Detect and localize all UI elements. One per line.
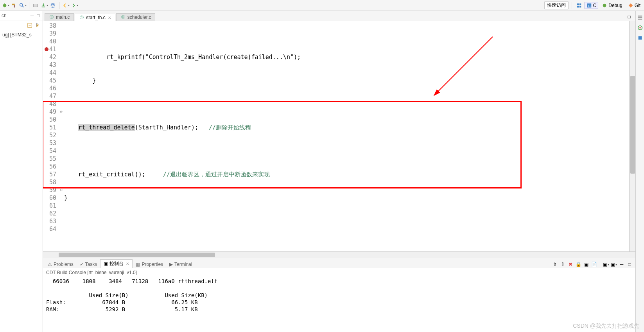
open-perspective-icon[interactable] (575, 2, 583, 9)
link-icon[interactable] (34, 22, 41, 29)
horizontal-scrollbar[interactable] (43, 251, 635, 258)
tab-main-c[interactable]: ⓒmain.c (45, 13, 74, 21)
svg-rect-1 (4, 3, 5, 4)
project-explorer: ch ─ □ ug] [STM32_s (0, 11, 43, 332)
tab-label: main.c (56, 14, 70, 20)
back-icon[interactable] (62, 2, 70, 9)
hammer-icon[interactable] (10, 2, 18, 9)
svg-rect-7 (577, 3, 578, 5)
svg-rect-18 (638, 19, 642, 20)
maximize-icon[interactable]: □ (36, 13, 41, 18)
svg-rect-21 (638, 36, 642, 40)
close-icon[interactable]: ✕ (126, 262, 129, 266)
breakpoint-marker: 41 (43, 45, 59, 53)
svg-rect-9 (577, 5, 578, 7)
editor-tabs: ⓒmain.c ⓒstart_th.c✕ ⓒscheduler.c ─ □ (43, 11, 635, 21)
component-icon[interactable] (637, 34, 644, 41)
tab-scheduler-c[interactable]: ⓒscheduler.c (116, 13, 156, 21)
page-icon[interactable]: 📄 (590, 261, 597, 268)
minimize-icon[interactable]: ─ (616, 13, 624, 21)
build-targets-icon[interactable] (637, 24, 644, 31)
svg-rect-3 (14, 5, 15, 7)
perspective-debug-label: Debug (608, 3, 622, 8)
tab-label: Tasks (85, 262, 97, 267)
vertical-scrollbar[interactable] (629, 21, 635, 251)
tab-terminal[interactable]: ▶Terminal (166, 261, 195, 268)
clear-icon[interactable]: ✖ (567, 261, 574, 268)
c-file-icon: ⓒ (79, 15, 84, 20)
bottom-panel: ⚠Problems ✓Tasks ▣控制台✕ ▦Properties ▶Term… (43, 258, 635, 332)
tab-tasks[interactable]: ✓Tasks (77, 261, 100, 268)
svg-rect-16 (638, 16, 642, 17)
separator (572, 2, 572, 9)
properties-icon: ▦ (136, 262, 140, 267)
problems-icon: ⚠ (48, 262, 52, 267)
maximize-icon[interactable]: □ (626, 261, 633, 268)
separator (59, 2, 59, 9)
tab-properties[interactable]: ▦Properties (133, 261, 166, 268)
tab-label: Problems (54, 262, 74, 267)
tasks-icon: ✓ (80, 262, 84, 267)
perspective-git-label: Git (635, 3, 640, 8)
debug-icon[interactable] (2, 2, 9, 9)
perspective-c[interactable]: C C (585, 2, 599, 9)
perspective-c-label: C (593, 3, 597, 8)
svg-rect-17 (638, 17, 642, 18)
lock-icon[interactable]: 🔒 (575, 261, 582, 268)
new-console-icon[interactable]: ▣ (610, 261, 617, 268)
svg-rect-8 (579, 3, 581, 5)
code-editor[interactable]: 38 39 40 41 42 43 44 45 46 47 48 49 50 5… (43, 21, 635, 251)
maximize-icon[interactable]: □ (625, 13, 633, 21)
download-icon[interactable] (40, 2, 48, 9)
perspective-git[interactable]: Git (626, 2, 642, 9)
svg-line-5 (22, 5, 23, 7)
code-area[interactable]: rt_kprintf("ControlTh_2ms_Handler(create… (59, 21, 629, 251)
annotation-arrow (426, 33, 497, 99)
separator (600, 261, 600, 268)
separator (29, 2, 29, 9)
tab-label: Terminal (174, 262, 192, 267)
outline-icon[interactable] (637, 14, 644, 21)
close-icon[interactable]: ✕ (108, 16, 111, 20)
svg-text:C: C (588, 4, 590, 7)
container-icon[interactable] (32, 2, 39, 9)
pin-icon[interactable]: ⇧ (551, 261, 558, 268)
svg-line-15 (434, 37, 493, 95)
svg-rect-10 (579, 5, 581, 7)
quick-access[interactable]: 快速访问 (544, 1, 569, 9)
display-icon[interactable]: ▣ (583, 261, 590, 268)
svg-point-4 (20, 3, 22, 6)
c-file-icon: ⓒ (49, 14, 54, 20)
left-panel-title: ch (2, 13, 7, 18)
tab-label: scheduler.c (127, 14, 151, 20)
line-gutter: 38 39 40 41 42 43 44 45 46 47 48 49 50 5… (43, 21, 59, 251)
tab-label: Properties (142, 262, 163, 267)
console-icon: ▣ (104, 261, 108, 267)
tab-label: start_th.c (86, 15, 105, 20)
minimize-icon[interactable]: ─ (29, 13, 35, 18)
down-icon[interactable]: ⇩ (559, 261, 566, 268)
tab-start-th-c[interactable]: ⓒstart_th.c✕ (75, 14, 115, 21)
main-toolbar: 快速访问 C C Debug Git (0, 0, 644, 11)
tab-label: 控制台 (109, 260, 124, 267)
collapse-icon[interactable] (26, 22, 33, 29)
tree-item[interactable]: ug] [STM32_s (0, 31, 43, 39)
perspective-debug[interactable]: Debug (600, 2, 624, 9)
right-toolbar (635, 11, 644, 332)
minimize-icon[interactable]: ─ (618, 261, 625, 268)
forward-icon[interactable] (70, 2, 78, 9)
tab-console[interactable]: ▣控制台✕ (100, 259, 133, 268)
c-file-icon: ⓒ (120, 14, 126, 20)
svg-rect-6 (34, 4, 38, 7)
stack-icon[interactable] (49, 2, 57, 9)
terminal-icon: ▶ (169, 262, 173, 267)
console-description: CDT Build Console [rtt_bishe_wurenji_v1.… (43, 268, 635, 277)
tab-problems[interactable]: ⚠Problems (45, 261, 77, 268)
svg-point-0 (3, 4, 6, 7)
console-output[interactable]: 66036 1808 3484 71328 116a0 rtthread.elf… (43, 277, 635, 332)
open-console-icon[interactable]: ▣ (603, 261, 610, 268)
svg-point-20 (639, 27, 641, 29)
svg-point-13 (603, 4, 606, 7)
search-icon[interactable] (19, 2, 27, 9)
